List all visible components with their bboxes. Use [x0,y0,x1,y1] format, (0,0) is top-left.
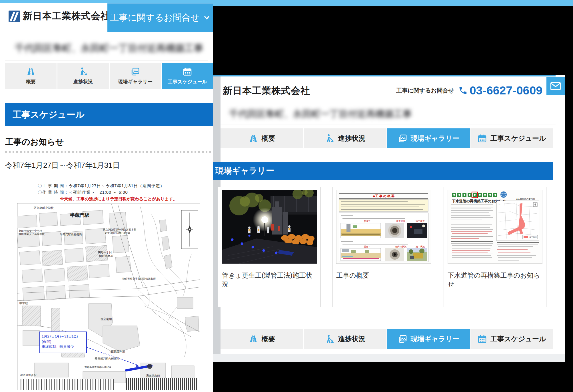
doc-globe-logo [500,191,507,198]
map-label: 東京消防庁麹町消防署 [105,232,130,235]
screen: 新日本工業株式会社 工事に関するお問合せ 千代田区隼町、永田町一丁目付近再構築工… [0,0,573,392]
map-label: 東京消防庁第一消防方面本部 [103,228,136,231]
tab-label: 概要 [262,134,275,143]
doc-red-caption: 施工状況 [416,220,425,223]
project-title-bar: 千代田区隼町、永田町一丁目付近再構築工事 [5,37,208,60]
sewer-notice-document: 下水道管の再構築工事のお知らせ [448,190,542,264]
tab-label: 概要 [26,78,36,85]
tab-label: 概要 [262,334,275,343]
desktop-tab-bar-bottom: 概要 進捗状況 現場ギャラリー 工事スケジュール [221,329,553,349]
desktop-header: 新日本工業株式会社 工事に関するお問合せ 03-6627-0609 [221,76,556,104]
doc-red-caption: 形成工 [364,220,370,223]
tab-label: 工事スケジュール [490,134,546,143]
map-label: 都道府県会館 [20,373,37,377]
tab-progress[interactable]: 進捗状況 [304,128,387,148]
company-name: 新日本工業株式会社 [23,10,110,23]
tab-overview[interactable]: 概要 [5,63,57,89]
doc-title: ◆工 事 の 概 要 [373,194,394,198]
phone-link[interactable]: 03-6627-0609 [458,84,542,97]
work-overview-document: ◆工 事 の 概 要 形成工 施工状況 施工状況 [336,190,431,264]
card-caption: 工事の概要 [336,271,431,280]
doc-red-caption: 管内の状況 [395,245,406,248]
notice-heading: 工事のお知らせ [5,136,64,148]
svg-text:車線規制、幅員減少: 車線規制、幅員減少 [42,345,74,349]
map-north-arrow [181,210,198,249]
figure-warning-line: ※天候、工事の進捗により予定日程が変わることがあります。 [60,196,177,202]
doc-map-caption: ◆工事範囲の案内図 [516,198,535,200]
gallery-card-notice-doc[interactable]: 下水道管の再構築工事のお知らせ [444,187,546,307]
doc-map-legend: 施工箇所 [522,235,537,239]
gallery-card-overview-doc[interactable]: ◆工 事 の 概 要 形成工 施工状況 施工状況 [332,187,435,307]
chevron-down-icon [203,14,211,21]
map-label: 最高裁判所 [110,350,125,353]
tab-gallery[interactable]: 現場ギャラリー [387,128,470,148]
worker-icon [78,67,88,76]
map-bottom-hatch [126,378,198,390]
desktop-tab-bar-top: 概要 進捗状況 現場ギャラリー 工事スケジュール [221,128,553,148]
map-label: 中学校 [19,302,28,305]
mobile-site-panel: 新日本工業株式会社 工事に関するお問合せ 千代田区隼町、永田町一丁目付近再構築工… [0,3,213,392]
header-contact-group: 工事に関するお問合せ 03-6627-0609 [396,76,542,104]
tab-label: 進捗状況 [73,78,93,85]
map-label: 最高裁判所内郵便局 [95,357,119,360]
schedule-map-figure: 〇工 事 期 間：令和7年1月27日～令和7年1月31日（週間予定） 〇作 業 … [17,182,200,392]
tab-progress[interactable]: 進捗状況 [304,329,387,349]
company-logo-icon [9,11,20,22]
desktop-site-window: 新日本工業株式会社 工事に関するお問合せ 03-6627-0609 千代田区隼町… [213,75,565,362]
figure-time-line: 〇作 業 時 間：＜夜間作業＞ 21:00 ～ 6:00 [38,190,128,195]
gallery-icon [398,334,407,344]
tab-overview[interactable]: 概要 [221,128,303,148]
tab-label: 現場ギャラリー [118,78,153,85]
project-title-blurred: 千代田区隼町、永田町一丁目付近再構築工事 [15,42,203,55]
gallery-card-night-work[interactable]: 管きょ更生工(製管工法)施工状況 [218,187,321,307]
tab-label: 工事スケジュール [490,334,546,343]
company-name: 新日本工業株式会社 [223,85,310,96]
map-label: 区立麹町小学校 [34,206,54,209]
map-label: 憲政記念館 [146,374,160,377]
tab-progress[interactable]: 進捗状況 [57,63,109,89]
tab-gallery[interactable]: 現場ギャラリー [110,63,161,89]
svg-text:施工箇所: 施工箇所 [529,236,537,238]
contact-dropdown-button[interactable]: 工事に関するお問合せ [107,3,213,32]
contact-button-label: 工事に関するお問合せ [110,12,200,24]
mobile-logo[interactable]: 新日本工業株式会社 [9,10,110,23]
calendar-icon [183,67,192,76]
doc-red-caption: 施工状況 [396,220,405,223]
tab-gallery[interactable]: 現場ギャラリー [387,329,470,349]
road-icon [26,67,36,76]
tab-label: 工事スケジュール [168,78,207,85]
figure-period-line: 〇工 事 期 間：令和7年1月27日～令和7年1月31日（週間予定） [38,183,165,189]
worker-icon [325,334,334,344]
tab-overview[interactable]: 概要 [221,329,303,349]
desktop-logo[interactable]: 新日本工業株式会社 [223,84,310,97]
calendar-icon [477,134,487,143]
dotted-divider [5,151,213,153]
project-title-bar: 千代田区隼町、永田町一丁目付近再構築工事 [221,104,556,124]
tab-label: 現場ギャラリー [411,334,459,343]
card-caption: 下水道管の再構築工事のお知らせ [448,271,542,289]
mail-button[interactable] [546,77,565,95]
tab-label: 進捗状況 [338,134,365,143]
phone-icon [458,86,468,95]
tab-schedule[interactable]: 工事スケジュール [162,63,213,89]
map-label: 国立劇場 [101,318,112,321]
footer-band [213,354,565,362]
page-heading: 現場ギャラリー [213,162,553,180]
notice-period: 令和7年1月27日～令和7年1月31日 [5,160,120,170]
tab-schedule[interactable]: 工事スケジュール [470,329,553,349]
phone-number: 03-6627-0609 [470,84,542,97]
road-icon [249,134,258,143]
construction-area-map: 区立麹町小学校 半蔵門駅 麹町学園女子中学校 麹町学園女子高等学校 半蔵門駅前郵… [17,203,200,392]
doc-red-caption: 製管工 [364,245,370,248]
worker-icon [325,134,334,143]
project-title-blurred: 千代田区隼町、永田町一丁目付近再構築工事 [229,108,412,120]
contact-label: 工事に関するお問合せ [396,87,454,94]
gallery-icon [398,134,407,143]
tab-label: 進捗状況 [338,334,365,343]
map-label: 麹町学園女子高等学校 [19,233,45,236]
gallery-icon [130,67,140,76]
tab-label: 現場ギャラリー [411,134,459,143]
tab-schedule[interactable]: 工事スケジュール [470,128,553,148]
map-label: 麹町警察署半蔵門警備派出所 [122,277,156,280]
road-icon [249,334,258,344]
